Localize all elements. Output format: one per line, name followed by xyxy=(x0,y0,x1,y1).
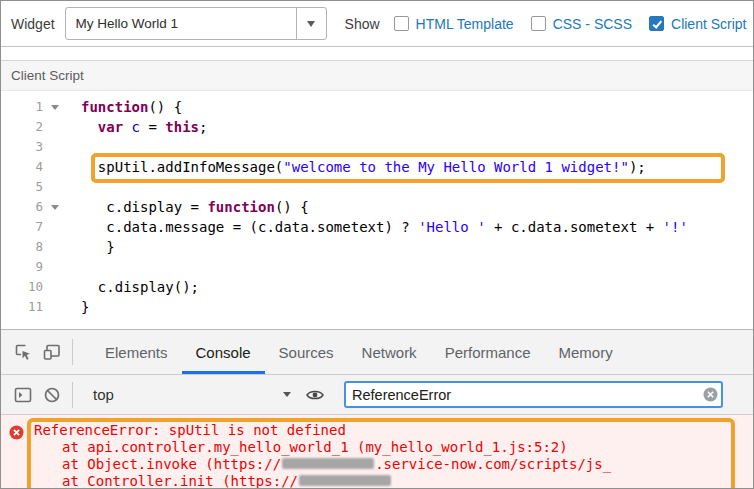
code-text: spUtil.addInfoMessage("welcome to the My… xyxy=(63,157,646,177)
fold-gutter xyxy=(47,297,63,317)
line-number: 6 xyxy=(1,197,47,217)
code-line[interactable]: 7 c.data.message = (c.data.sometext) ? '… xyxy=(1,217,753,237)
error-stack: ReferenceError: spUtil is not definedat … xyxy=(34,422,611,488)
line-number: 10 xyxy=(1,277,47,297)
device-toolbar-icon[interactable] xyxy=(40,340,64,364)
tab-network[interactable]: Network xyxy=(348,330,431,374)
code-line[interactable]: 2 var c = this; xyxy=(1,117,753,137)
code-line[interactable]: 11} xyxy=(1,297,753,317)
toggle-css-scss[interactable]: CSS - SCSS xyxy=(531,16,632,32)
javascript-context-select[interactable]: top xyxy=(93,386,291,403)
error-stack-line: at api.controller.my_hello_world_1 (my_h… xyxy=(34,439,611,456)
client-script-header: Client Script xyxy=(1,60,753,91)
console-output: ReferenceError: spUtil is not definedat … xyxy=(1,415,753,488)
line-number: 11 xyxy=(1,297,47,317)
line-number: 3 xyxy=(1,137,47,157)
code-text: c.display(); xyxy=(63,277,199,297)
devtools-panel: ElementsConsoleSourcesNetworkPerformance… xyxy=(1,329,753,488)
widget-select[interactable]: My Hello World 1 xyxy=(65,7,327,40)
error-stack-line: ReferenceError: spUtil is not defined xyxy=(34,422,611,439)
console-filter-input[interactable] xyxy=(346,387,699,403)
toolbar-divider xyxy=(72,339,73,365)
fold-gutter xyxy=(47,137,63,157)
code-line[interactable]: 10 c.display(); xyxy=(1,277,753,297)
clear-filter-icon[interactable] xyxy=(699,387,721,402)
code-text xyxy=(63,137,81,157)
line-number: 9 xyxy=(1,257,47,277)
chevron-down-icon[interactable] xyxy=(296,8,326,39)
fold-gutter xyxy=(47,217,63,237)
line-number: 8 xyxy=(1,237,47,257)
code-line[interactable]: 8 } xyxy=(1,237,753,257)
widget-label: Widget xyxy=(11,16,55,32)
tab-performance[interactable]: Performance xyxy=(431,330,545,374)
toggle-html-template[interactable]: HTML Template xyxy=(394,16,514,32)
tab-console[interactable]: Console xyxy=(182,330,265,374)
line-number: 5 xyxy=(1,177,47,197)
show-label: Show xyxy=(345,16,380,32)
fold-gutter xyxy=(47,117,63,137)
code-text xyxy=(63,257,81,277)
fold-arrow-icon[interactable] xyxy=(51,205,59,210)
code-line[interactable]: 5 xyxy=(1,177,753,197)
console-toolbar: top xyxy=(1,375,753,415)
fold-gutter xyxy=(47,237,63,257)
toggle-label: HTML Template xyxy=(416,16,514,32)
code-line[interactable]: 3 xyxy=(1,137,753,157)
code-lines: 1function() {2 var c = this;34 spUtil.ad… xyxy=(1,97,753,317)
widget-toolbar: Widget My Hello World 1 Show HTML Templa… xyxy=(1,1,753,47)
tab-elements[interactable]: Elements xyxy=(91,330,182,374)
toggle-label: Client Script xyxy=(671,16,746,32)
fold-arrow-icon[interactable] xyxy=(51,105,59,110)
checkmark-icon xyxy=(652,18,661,27)
toolbar-spacer xyxy=(1,47,753,60)
checkbox-icon[interactable] xyxy=(394,16,409,31)
fold-gutter xyxy=(47,177,63,197)
code-text: var c = this; xyxy=(63,117,207,137)
tab-memory[interactable]: Memory xyxy=(545,330,627,374)
widget-select-value: My Hello World 1 xyxy=(66,16,296,31)
show-toggles: HTML TemplateCSS - SCSSClient Script xyxy=(394,16,753,32)
client-script-title: Client Script xyxy=(11,68,84,83)
context-value: top xyxy=(93,386,114,403)
code-line[interactable]: 6 c.display = function() { xyxy=(1,197,753,217)
toggle-label: CSS - SCSS xyxy=(553,16,632,32)
toolbar-divider xyxy=(72,382,73,408)
line-number: 7 xyxy=(1,217,47,237)
fold-gutter xyxy=(47,257,63,277)
devtools-tabs: ElementsConsoleSourcesNetworkPerformance… xyxy=(91,330,627,374)
code-line[interactable]: 9 xyxy=(1,257,753,277)
error-stack-line: at Object.invoke (https://.service-now.c… xyxy=(34,456,611,473)
console-sidebar-icon[interactable] xyxy=(11,383,35,407)
devtools-tabbar: ElementsConsoleSourcesNetworkPerformance… xyxy=(1,330,753,375)
line-number: 2 xyxy=(1,117,47,137)
toggle-client-script[interactable]: Client Script xyxy=(649,16,746,32)
code-line[interactable]: 1function() { xyxy=(1,97,753,117)
code-line[interactable]: 4 spUtil.addInfoMessage("welcome to the … xyxy=(1,157,753,177)
redacted-text xyxy=(282,458,374,469)
fold-gutter[interactable] xyxy=(47,97,63,117)
code-text: } xyxy=(63,297,89,317)
code-text: c.data.message = (c.data.sometext) ? 'He… xyxy=(63,217,688,237)
error-stack-line: at Controller.init (https:// xyxy=(34,473,611,488)
fold-gutter xyxy=(47,157,63,177)
error-icon xyxy=(9,425,24,440)
tab-sources[interactable]: Sources xyxy=(265,330,348,374)
fold-gutter[interactable] xyxy=(47,197,63,217)
console-filter[interactable] xyxy=(344,381,723,408)
inspect-icon[interactable] xyxy=(11,340,35,364)
chevron-down-icon xyxy=(283,392,291,397)
line-number: 1 xyxy=(1,97,47,117)
checkbox-checked-icon[interactable] xyxy=(649,16,664,31)
console-error-message: ReferenceError: spUtil is not definedat … xyxy=(9,422,753,488)
checkbox-icon[interactable] xyxy=(531,16,546,31)
fold-gutter xyxy=(47,277,63,297)
widget-editor-window: Widget My Hello World 1 Show HTML Templa… xyxy=(0,0,754,489)
live-expression-eye-icon[interactable] xyxy=(303,383,327,407)
code-text: } xyxy=(63,237,115,257)
clear-console-icon[interactable] xyxy=(40,383,64,407)
redacted-text xyxy=(299,475,391,486)
code-editor[interactable]: 1function() {2 var c = this;34 spUtil.ad… xyxy=(1,91,753,329)
code-text xyxy=(63,177,81,197)
line-number: 4 xyxy=(1,157,47,177)
